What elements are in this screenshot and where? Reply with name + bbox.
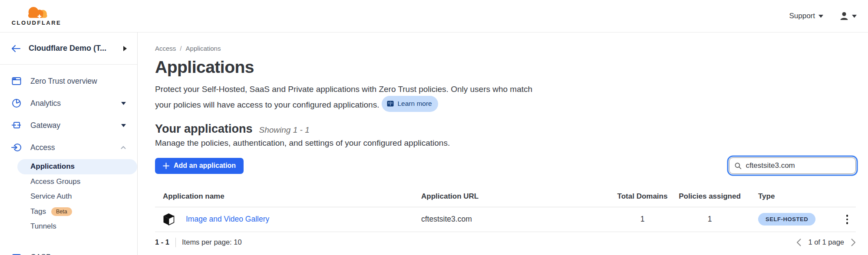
page-description-text: Protect your Self-Hosted, SaaS and Priva…	[155, 85, 532, 109]
search-box	[729, 157, 856, 174]
sidebar: Cloudflare Demo (T... Zero Trust overvie…	[0, 33, 138, 255]
application-url-cell: cftestsite3.com	[413, 215, 613, 224]
support-menu[interactable]: Support	[789, 12, 823, 20]
cloudflare-wordmark: CLOUDFLARE	[12, 20, 62, 26]
sidebar-item-analytics[interactable]: Analytics	[0, 93, 137, 114]
beta-badge: Beta	[51, 207, 72, 216]
application-name-link[interactable]: Image and Video Gallery	[186, 215, 269, 224]
analytics-icon	[11, 98, 22, 108]
add-application-label: Add an application	[174, 162, 236, 170]
policies-assigned-cell: 1	[672, 215, 748, 224]
overview-icon	[11, 76, 22, 86]
sidebar-item-casb[interactable]: CASB	[0, 247, 137, 255]
main-content: Access / Applications Applications Prote…	[138, 33, 868, 255]
column-header-policies-assigned: Policies assigned	[672, 192, 748, 201]
access-icon	[11, 142, 22, 153]
table-header-row: Application name Application URL Total D…	[155, 188, 856, 207]
table-row: Image and Video Gallery cftestsite3.com …	[155, 207, 856, 232]
sidebar-item-service-auth[interactable]: Service Auth	[0, 189, 137, 204]
sidebar-item-label: Service Auth	[30, 192, 72, 201]
search-icon	[735, 162, 741, 170]
sidebar-item-label: Access Groups	[30, 177, 80, 186]
sidebar-item-label: Tunnels	[30, 222, 56, 231]
sidebar-item-label: Gateway	[30, 121, 60, 130]
column-header-application-name: Application name	[155, 192, 413, 201]
sidebar-item-tunnels[interactable]: Tunnels	[0, 219, 137, 234]
breadcrumb-applications: Applications	[186, 45, 221, 52]
chevron-down-icon	[121, 102, 126, 105]
casb-icon	[11, 252, 22, 255]
footer-divider	[175, 238, 176, 247]
pagination: 1 of 1 page	[796, 238, 856, 246]
cloudflare-logo: CLOUDFLARE	[8, 6, 65, 26]
cloudflare-cloud-icon	[21, 6, 52, 19]
plus-icon	[163, 163, 169, 169]
sidebar-item-label: Tags	[30, 207, 46, 216]
sidebar-item-zero-trust-overview[interactable]: Zero Trust overview	[0, 71, 137, 92]
sidebar-item-gateway[interactable]: Gateway	[0, 115, 137, 136]
total-domains-cell: 1	[613, 215, 672, 224]
book-icon	[387, 101, 394, 107]
breadcrumb-separator: /	[180, 45, 182, 52]
type-badge: SELF-HOSTED	[758, 213, 815, 226]
showing-count: Showing 1 - 1	[259, 125, 310, 135]
column-header-total-domains: Total Domains	[613, 192, 672, 201]
sidebar-item-label: Applications	[30, 162, 75, 171]
sidebar-item-access[interactable]: Access	[0, 137, 137, 158]
learn-more-button[interactable]: Learn more	[382, 96, 438, 112]
account-name: Cloudflare Demo (T...	[29, 44, 106, 53]
sidebar-item-label: Zero Trust overview	[30, 77, 97, 86]
chevron-up-icon	[121, 146, 126, 149]
app-cube-icon	[163, 213, 175, 226]
table-footer: 1 - 1 Items per page: 10 1 of 1 page	[155, 232, 856, 253]
account-header: Cloudflare Demo (T...	[0, 33, 137, 65]
sidebar-item-label: CASB	[30, 253, 51, 255]
items-per-page[interactable]: Items per page: 10	[182, 238, 242, 246]
next-page-button[interactable]	[851, 239, 856, 246]
page-description: Protect your Self-Hosted, SaaS and Priva…	[155, 83, 539, 112]
access-subnav: Applications Access Groups Service Auth …	[0, 159, 137, 236]
section-title: Your applications	[155, 122, 253, 136]
gateway-icon	[11, 120, 22, 131]
sidebar-item-label: Analytics	[30, 99, 61, 108]
breadcrumb: Access / Applications	[155, 45, 856, 52]
page-indicator: 1 of 1 page	[808, 238, 844, 246]
previous-page-button[interactable]	[796, 239, 801, 246]
topbar: CLOUDFLARE Support	[0, 0, 868, 33]
breadcrumb-access[interactable]: Access	[155, 45, 176, 52]
page-title: Applications	[155, 58, 856, 77]
result-range: 1 - 1	[155, 238, 169, 246]
table-controls: Add an application	[155, 157, 856, 174]
applications-table: Application name Application URL Total D…	[155, 188, 856, 253]
sidebar-item-label: Access	[30, 143, 55, 152]
chevron-down-icon	[852, 15, 857, 18]
chevron-down-icon	[818, 15, 823, 18]
chevron-right-icon	[851, 239, 856, 246]
user-menu[interactable]	[839, 11, 857, 21]
chevron-down-icon	[121, 124, 126, 127]
back-arrow-icon[interactable]	[10, 44, 21, 53]
add-application-button[interactable]: Add an application	[155, 158, 244, 174]
learn-more-label: Learn more	[397, 97, 432, 110]
search-input[interactable]	[746, 161, 850, 170]
chevron-left-icon	[796, 239, 801, 246]
sidebar-item-applications[interactable]: Applications	[17, 159, 137, 174]
sidebar-item-access-groups[interactable]: Access Groups	[0, 174, 137, 190]
section-description: Manage the policies, authentication, and…	[155, 138, 856, 148]
support-label: Support	[789, 12, 815, 20]
column-header-application-url: Application URL	[413, 192, 613, 201]
account-expand-button[interactable]	[123, 46, 127, 51]
sidebar-item-tags[interactable]: Tags Beta	[0, 204, 137, 219]
user-icon	[839, 11, 849, 21]
chevron-right-icon	[123, 46, 127, 51]
row-actions-kebab-menu[interactable]	[845, 213, 850, 226]
sidebar-nav: Zero Trust overview Analytics Gateway	[0, 65, 137, 255]
column-header-type: Type	[748, 192, 841, 201]
